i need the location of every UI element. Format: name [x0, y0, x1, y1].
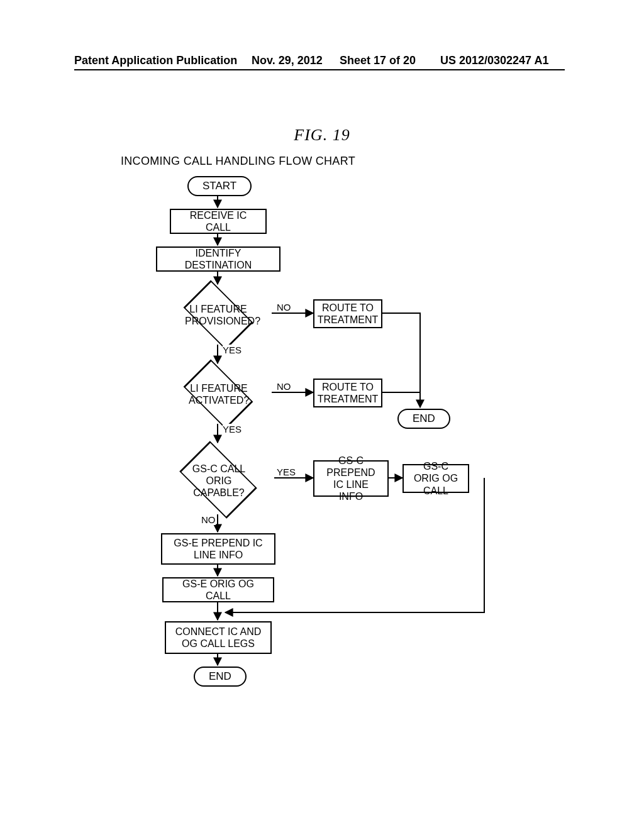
end2-node: END — [194, 667, 247, 687]
gse-orig-node: GS-E ORIG OG CALL — [162, 577, 274, 602]
connect-node: CONNECT IC AND OG CALL LEGS — [165, 621, 272, 654]
gsc-orig-node: GS-C ORIG OG CALL — [402, 464, 469, 493]
figure-label: FIG. 19 — [0, 126, 644, 145]
chart-title: INCOMING CALL HANDLING FLOW CHART — [121, 155, 355, 168]
flow-lines — [0, 0, 644, 830]
header-rule — [74, 69, 565, 70]
page: Patent Application Publication Nov. 29, … — [0, 0, 644, 830]
d1-no-label: NO — [277, 302, 291, 313]
route1-node: ROUTE TO TREATMENT — [313, 299, 382, 328]
d1-shape — [184, 280, 253, 350]
d2-yes-label: YES — [223, 424, 242, 434]
d3-shape — [179, 441, 257, 519]
gse-prepend-node: GS-E PREPEND IC LINE INFO — [161, 533, 275, 565]
header-date: Nov. 29, 2012 — [252, 54, 323, 67]
gsc-prepend-node: GS-C PREPEND IC LINE INFO — [313, 460, 389, 497]
header-right: US 2012/0302247 A1 — [440, 54, 548, 67]
header-left: Patent Application Publication — [74, 54, 237, 67]
d1-yes-label: YES — [223, 345, 242, 355]
header-sheet: Sheet 17 of 20 — [340, 54, 416, 67]
d3-no-label: NO — [201, 514, 216, 525]
receive-node: RECEIVE IC CALL — [170, 209, 267, 234]
route2-node: ROUTE TO TREATMENT — [313, 379, 382, 407]
identify-node: IDENTIFY DESTINATION — [156, 246, 280, 272]
d2-no-label: NO — [277, 381, 291, 392]
d2-shape — [184, 360, 253, 429]
end1-node: END — [397, 409, 450, 429]
start-node: START — [187, 176, 252, 196]
d3-yes-label: YES — [277, 467, 296, 477]
